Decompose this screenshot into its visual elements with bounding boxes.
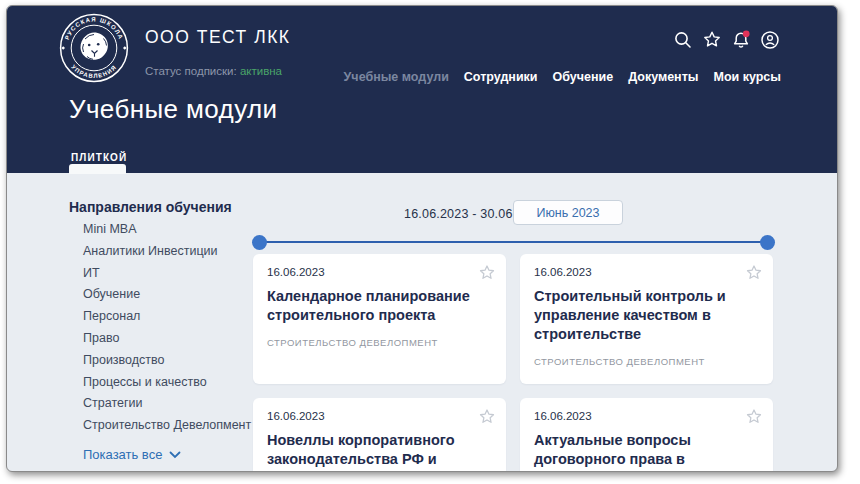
slider-track [259, 241, 768, 244]
sidebar-item-stroitelstvo-development[interactable]: Строительство Девелопмент [83, 415, 251, 437]
sidebar-category-list: Mini MBA Аналитики Инвестиции ИТ Обучени… [83, 219, 251, 437]
slider-handle-end[interactable] [760, 235, 775, 250]
logo[interactable]: РУССКАЯ ШКОЛА УПРАВЛЕНИЯ [59, 13, 129, 83]
show-all-label: Показать все [83, 447, 162, 462]
course-card[interactable]: 16.06.2023 Новеллы корпоративного законо… [253, 398, 506, 472]
nav-item-moi-kursy[interactable]: Мои курсы [713, 70, 781, 84]
sidebar-heading: Направления обучения [69, 199, 232, 215]
star-icon[interactable] [701, 29, 723, 51]
favorite-star-icon[interactable] [478, 264, 496, 282]
subscription-value: активна [240, 65, 282, 77]
bell-icon[interactable] [730, 29, 752, 51]
show-all-link[interactable]: Показать все [83, 447, 181, 462]
subscription-label: Статус подписки: [145, 65, 237, 77]
sidebar-item-it[interactable]: ИТ [83, 263, 251, 285]
tab-label: плиткой [71, 152, 127, 163]
company-name: ООО ТЕСТ ЛКК [145, 27, 291, 48]
card-tag: СТРОИТЕЛЬСТВО ДЕВЕЛОПМЕНТ [267, 337, 492, 348]
favorite-star-icon[interactable] [745, 264, 763, 282]
card-date: 16.06.2023 [534, 266, 759, 278]
sidebar-item-strategii[interactable]: Стратегии [83, 393, 251, 415]
nav-item-obuchenie[interactable]: Обучение [553, 70, 614, 84]
card-date: 16.06.2023 [534, 410, 759, 422]
month-picker-button[interactable]: Июнь 2023 [513, 200, 623, 225]
date-range-slider [252, 234, 775, 250]
card-title: Новеллы корпоративного законодательства … [267, 431, 492, 472]
sidebar-item-analitiki-investicii[interactable]: Аналитики Инвестиции [83, 241, 251, 263]
nav-item-dokumenty[interactable]: Документы [628, 70, 698, 84]
card-tag: СТРОИТЕЛЬСТВО ДЕВЕЛОПМЕНТ [534, 356, 759, 367]
sidebar-item-pravo[interactable]: Право [83, 328, 251, 350]
course-card[interactable]: 16.06.2023 Актуальные вопросы договорног… [520, 398, 773, 472]
sidebar-item-obuchenie[interactable]: Обучение [83, 284, 251, 306]
main-nav: Учебные модули Сотрудники Обучение Докум… [344, 70, 781, 84]
favorite-star-icon[interactable] [745, 408, 763, 426]
notification-dot [743, 30, 750, 37]
card-title: Строительный контроль и управление качес… [534, 287, 759, 344]
app-window: РУССКАЯ ШКОЛА УПРАВЛЕНИЯ [6, 5, 838, 472]
content-area: Направления обучения Mini MBA Аналитики … [7, 173, 837, 472]
course-card[interactable]: 16.06.2023 Строительный контроль и управ… [520, 254, 773, 384]
favorite-star-icon[interactable] [478, 408, 496, 426]
sidebar-item-processy-i-kachestvo[interactable]: Процессы и качество [83, 372, 251, 394]
nav-item-sotrudniki[interactable]: Сотрудники [464, 70, 538, 84]
user-icon[interactable] [759, 29, 781, 51]
header: РУССКАЯ ШКОЛА УПРАВЛЕНИЯ [7, 6, 837, 173]
sidebar-item-proizvodstvo[interactable]: Производство [83, 350, 251, 372]
card-date: 16.06.2023 [267, 410, 492, 422]
card-title: Актуальные вопросы договорного права в п… [534, 431, 759, 472]
header-icons [672, 29, 781, 51]
card-date: 16.06.2023 [267, 266, 492, 278]
page-title: Учебные модули [69, 94, 278, 125]
tab-tile-view[interactable]: плиткой [71, 147, 127, 165]
lion-face-icon [80, 33, 107, 60]
subscription-status: Статус подписки: активна [145, 65, 282, 77]
card-title: Календарное планирование строительного п… [267, 287, 492, 325]
sidebar-item-personal[interactable]: Персонал [83, 306, 251, 328]
search-icon[interactable] [672, 29, 694, 51]
nav-item-uchebnye-moduli[interactable]: Учебные модули [344, 70, 449, 84]
slider-handle-start[interactable] [252, 235, 267, 250]
course-card[interactable]: 16.06.2023 Календарное планирование стро… [253, 254, 506, 384]
sidebar-item-mini-mba[interactable]: Mini MBA [83, 219, 251, 241]
course-card-grid: 16.06.2023 Календарное планирование стро… [253, 254, 773, 472]
school-emblem-icon: РУССКАЯ ШКОЛА УПРАВЛЕНИЯ [59, 13, 129, 83]
chevron-down-icon [169, 451, 181, 459]
